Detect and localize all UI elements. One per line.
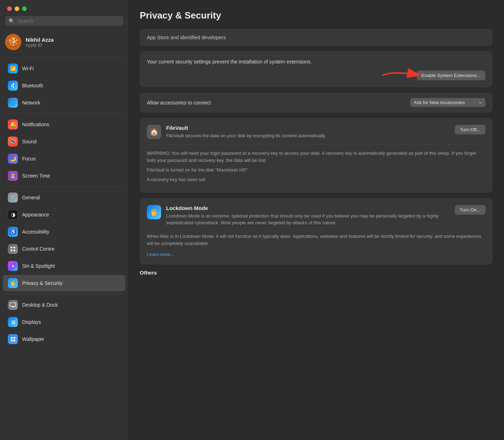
security-card-bottom: Enable System Extensions... xyxy=(147,71,485,80)
sidebar-item-label: Wi-Fi xyxy=(22,66,34,71)
sidebar-item-controlcentre[interactable]: Control Centre xyxy=(3,241,125,257)
appearance-icon: ◑ xyxy=(8,210,18,220)
privacy-icon: 🖐 xyxy=(8,278,18,288)
sidebar-item-label: Desktop & Dock xyxy=(22,302,58,308)
security-warning-card: Your current security settings prevent t… xyxy=(140,51,493,87)
sidebar-item-wifi[interactable]: 📶 Wi-Fi xyxy=(3,60,125,77)
lockdown-title: Lockdown Mode xyxy=(166,205,450,211)
close-button[interactable] xyxy=(7,6,12,11)
focus-icon: 🌙 xyxy=(8,154,18,164)
user-subtitle: Apple ID xyxy=(26,43,54,48)
sidebar-item-label: Sound xyxy=(22,139,36,144)
sidebar-item-desktop[interactable]: Desktop & Dock xyxy=(3,297,125,313)
search-icon: 🔍 xyxy=(9,18,15,24)
lockdown-learn-more-link[interactable]: Learn more... xyxy=(147,252,174,257)
lockdown-card: 🖐 Lockdown Mode Lockdown Mode is an extr… xyxy=(140,198,493,265)
sidebar-item-bluetooth[interactable]: Bluetooth xyxy=(3,77,125,94)
sidebar-item-displays[interactable]: 🖥 Displays xyxy=(3,314,125,330)
search-input[interactable] xyxy=(17,18,120,24)
appstore-card: App Store and identified developers xyxy=(140,29,493,46)
network-icon: 🌐 xyxy=(8,98,18,108)
filevault-desc: FileVault secures the data on your disk … xyxy=(166,132,450,139)
sidebar-item-label: Appearance xyxy=(22,212,49,218)
lockdown-detail-block: When Mac is in Lockdown Mode, it will no… xyxy=(147,231,485,258)
sidebar-item-label: Focus xyxy=(22,156,36,162)
avatar: 🍪 xyxy=(5,34,21,50)
sidebar-divider xyxy=(5,294,123,294)
general-icon: ⚙️ xyxy=(8,193,18,203)
screentime-icon: ⏳ xyxy=(8,171,18,181)
svg-rect-4 xyxy=(10,303,16,306)
sidebar-item-screentime[interactable]: ⏳ Screen Time xyxy=(3,168,125,184)
sidebar-divider xyxy=(5,57,123,58)
sidebar: 🔍 🍪 Nikhil Azza Apple ID 📶 Wi-Fi Bluetoo… xyxy=(0,0,128,440)
filevault-button-container: Turn Off... xyxy=(455,125,485,134)
svg-point-3 xyxy=(14,250,15,251)
sidebar-item-focus[interactable]: 🌙 Focus xyxy=(3,150,125,167)
search-bar[interactable]: 🔍 xyxy=(5,16,123,26)
accessibility-icon: ♿ xyxy=(8,227,18,237)
sidebar-item-label: Wallpaper xyxy=(22,336,45,342)
filevault-status1: FileVault is turned on for the disk "Mac… xyxy=(147,167,485,174)
accessories-card: Allow accessories to connect Ask for New… xyxy=(140,92,493,113)
sidebar-item-sound[interactable]: 🔊 Sound xyxy=(3,133,125,150)
sidebar-item-general[interactable]: ⚙️ General xyxy=(3,189,125,206)
sidebar-item-wallpaper[interactable]: 🖼 Wallpaper xyxy=(3,331,125,347)
accessories-select[interactable]: Ask for New Accessories Ask Every Time A… xyxy=(410,98,485,107)
user-info: Nikhil Azza Apple ID xyxy=(26,37,54,48)
lockdown-detail: When Mac is in Lockdown Mode, it will no… xyxy=(147,233,485,248)
sidebar-item-label: Notifications xyxy=(22,122,49,127)
filevault-status2: A recovery key has been set. xyxy=(147,176,485,184)
sidebar-item-siri[interactable]: ✦ Siri & Spotlight xyxy=(3,258,125,274)
lockdown-text: Lockdown Mode Lockdown Mode is an extrem… xyxy=(166,205,450,226)
sidebar-item-label: Bluetooth xyxy=(22,83,43,88)
sidebar-item-appearance[interactable]: ◑ Appearance xyxy=(3,206,125,223)
filevault-top-row: 🏠 FileVault FileVault secures the data o… xyxy=(147,125,485,139)
controlcentre-icon xyxy=(8,244,18,254)
security-warning-text: Your current security settings prevent t… xyxy=(147,58,485,66)
traffic-lights xyxy=(0,0,128,16)
minimize-button[interactable] xyxy=(15,6,19,11)
red-arrow-icon xyxy=(379,68,425,83)
sound-icon: 🔊 xyxy=(8,137,18,147)
lockdown-icon: 🖐 xyxy=(147,205,161,219)
sidebar-divider xyxy=(5,113,123,114)
appstore-text: App Store and identified developers xyxy=(147,35,226,40)
enable-system-extensions-button[interactable]: Enable System Extensions... xyxy=(417,71,485,80)
sidebar-item-privacy[interactable]: 🖐 Privacy & Security xyxy=(3,275,125,291)
filevault-warning: WARNING: You will need your login passwo… xyxy=(147,144,485,184)
bluetooth-icon xyxy=(8,81,18,91)
sidebar-item-label: Network xyxy=(22,100,40,106)
sidebar-item-network[interactable]: 🌐 Network xyxy=(3,94,125,111)
desktop-icon xyxy=(8,300,18,310)
filevault-icon: 🏠 xyxy=(147,125,161,139)
filevault-turnoff-button[interactable]: Turn Off... xyxy=(455,125,485,134)
sidebar-item-label: Privacy & Security xyxy=(22,280,63,286)
others-heading: Others xyxy=(140,270,493,276)
filevault-title: FileVault xyxy=(166,125,450,131)
lockdown-turnon-button[interactable]: Turn On... xyxy=(455,205,485,215)
user-name: Nikhil Azza xyxy=(26,37,54,43)
sidebar-item-label: Accessibility xyxy=(22,229,49,235)
sidebar-item-notifications[interactable]: 🔔 Notifications xyxy=(3,116,125,133)
filevault-text: FileVault FileVault secures the data on … xyxy=(166,125,450,139)
sidebar-item-label: General xyxy=(22,195,40,200)
sidebar-item-label: Control Centre xyxy=(22,246,55,252)
lockdown-top-row: 🖐 Lockdown Mode Lockdown Mode is an extr… xyxy=(147,205,485,226)
main-content: Privacy & Security App Store and identif… xyxy=(128,0,504,440)
wallpaper-icon: 🖼 xyxy=(8,334,18,344)
wifi-icon: 📶 xyxy=(8,63,18,73)
sidebar-item-accessibility[interactable]: ♿ Accessibility xyxy=(3,224,125,240)
lockdown-desc: Lockdown Mode is an extreme, optional pr… xyxy=(166,213,450,226)
svg-point-2 xyxy=(11,250,12,251)
sidebar-divider xyxy=(5,186,123,187)
user-profile[interactable]: 🍪 Nikhil Azza Apple ID xyxy=(0,31,128,55)
svg-point-1 xyxy=(14,247,15,249)
sidebar-item-label: Displays xyxy=(22,319,41,325)
page-title: Privacy & Security xyxy=(140,10,493,21)
svg-point-0 xyxy=(11,247,12,249)
fullscreen-button[interactable] xyxy=(22,6,27,11)
notifications-icon: 🔔 xyxy=(8,119,18,129)
displays-icon: 🖥 xyxy=(8,317,18,327)
svg-rect-5 xyxy=(12,307,14,307)
